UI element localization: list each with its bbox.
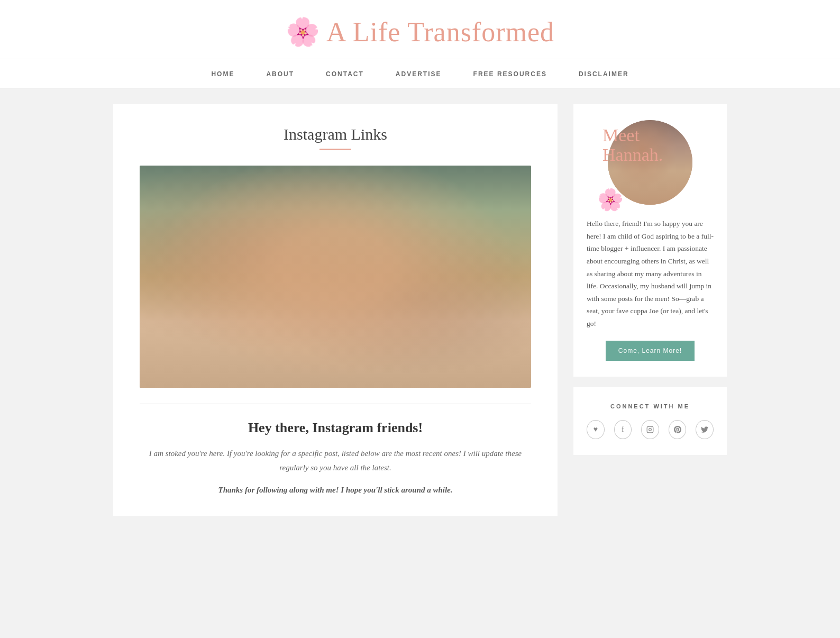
logo-text: A Life Transformed <box>326 17 554 47</box>
nav-disclaimer[interactable]: DISCLAIMER <box>579 70 629 78</box>
meet-bio: Hello there, friend! I'm so happy you ar… <box>587 217 714 330</box>
title-divider <box>319 149 351 150</box>
nav-advertise[interactable]: ADVERTISE <box>396 70 442 78</box>
connect-title: CONNECT WITH ME <box>587 403 714 409</box>
meet-image-wrap: Meet Hannah. 🌸 <box>608 120 692 207</box>
post-title: Instagram Links <box>140 125 531 143</box>
nav-free-resources[interactable]: FREE RESOURCES <box>473 70 547 78</box>
thanks-text: Thanks for following along with me! I ho… <box>140 486 531 495</box>
svg-point-2 <box>652 427 652 428</box>
svg-point-1 <box>649 428 652 431</box>
meet-more-button[interactable]: Come, Learn More! <box>606 341 695 361</box>
sub-title: Hey there, Instagram friends! <box>140 420 531 436</box>
social-twitter-icon[interactable] <box>696 420 714 439</box>
meet-widget: Meet Hannah. 🌸 Hello there, friend! I'm … <box>573 104 727 377</box>
main-content: Instagram Links Hey there, Instagram fri… <box>113 104 558 516</box>
svg-rect-0 <box>647 426 653 433</box>
connect-widget: CONNECT WITH ME ♥ f <box>573 387 727 455</box>
social-bloglovin-icon[interactable]: ♥ <box>587 420 605 439</box>
flower-decoration-icon: 🌸 <box>597 187 624 212</box>
sidebar: Meet Hannah. 🌸 Hello there, friend! I'm … <box>573 104 727 455</box>
site-logo[interactable]: 🌸 A Life Transformed <box>286 16 554 48</box>
nav-contact[interactable]: CONTACT <box>326 70 364 78</box>
post-image <box>140 166 531 388</box>
site-header: 🌸 A Life Transformed <box>0 0 840 59</box>
nav-about[interactable]: ABOUT <box>266 70 294 78</box>
social-facebook-icon[interactable]: f <box>614 420 632 439</box>
content-divider <box>140 404 531 404</box>
page-wrap: Instagram Links Hey there, Instagram fri… <box>103 88 737 532</box>
social-instagram-icon[interactable] <box>641 420 659 439</box>
social-icons: ♥ f <box>587 420 714 439</box>
intro-text: I am stoked you're here. If you're looki… <box>140 446 531 475</box>
main-nav: HOME ABOUT CONTACT ADVERTISE FREE RESOUR… <box>0 59 840 88</box>
logo-decoration: 🌸 <box>286 17 321 47</box>
social-pinterest-icon[interactable] <box>669 420 687 439</box>
meet-label: Meet Hannah. <box>602 125 663 165</box>
nav-home[interactable]: HOME <box>211 70 234 78</box>
